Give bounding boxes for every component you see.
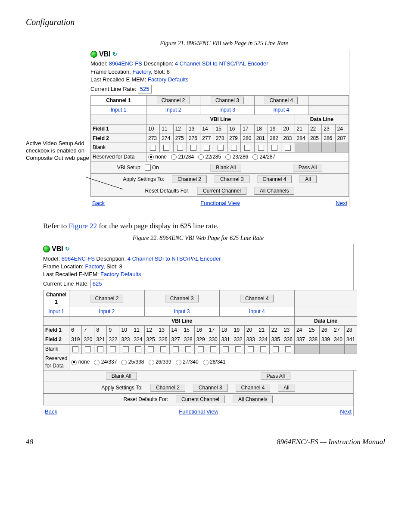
desc-value: 4 Channel SDI to NTSC/PAL Encoder <box>175 60 268 67</box>
blank-row: Blank <box>91 143 349 152</box>
tab-channel-3[interactable]: Channel 3 <box>165 295 199 302</box>
apply-label: Apply Settings To: <box>123 176 164 183</box>
blank-checkbox[interactable] <box>85 346 91 352</box>
blank-checkbox[interactable] <box>204 145 210 151</box>
figure22-crossref[interactable]: Figure 22 <box>68 222 97 230</box>
field1-row: Field 1 101112131415161718192021222324 <box>91 124 349 134</box>
reset-all-button[interactable]: All Channels <box>254 187 294 195</box>
tab-channel-2[interactable]: Channel 2 <box>157 96 190 104</box>
reset-all-button[interactable]: All Channels <box>233 395 273 403</box>
reserved-radio[interactable] <box>176 360 181 365</box>
refresh-icon[interactable]: ↻ <box>112 50 117 58</box>
manual-title: 8964ENC/-FS — Instruction Manual <box>277 438 385 446</box>
blank-all-button[interactable]: Blank All <box>106 372 137 380</box>
tab-channel-1[interactable]: Channel 1 <box>91 96 146 106</box>
vbi-table-525: Channel 1 Channel 2 Channel 3 Channel 4 … <box>90 95 349 162</box>
apply-ch2-button[interactable]: Channel 2 <box>172 175 207 183</box>
figure22-caption: Figure 22. 8964ENC VBI Web Page for 625 … <box>43 235 353 242</box>
nav-back-link[interactable]: Back <box>92 199 105 207</box>
rate-label: Current Line Rate: <box>43 280 90 287</box>
input-2: Input 2 <box>69 307 144 316</box>
reset-current-button[interactable]: Current Channel <box>176 395 225 403</box>
blank-checkbox[interactable] <box>285 145 291 151</box>
field1-row: Field 1 67891011121314151617181920212223… <box>44 326 357 335</box>
refresh-icon[interactable]: ↻ <box>65 245 70 253</box>
slot-value: 8 <box>119 263 122 270</box>
blank-checkbox[interactable] <box>110 346 116 352</box>
apply-all-button[interactable]: All <box>278 384 295 392</box>
reserved-radio-none[interactable] <box>71 360 77 365</box>
reserved-radio[interactable] <box>252 154 258 160</box>
nav-functional-link[interactable]: Functional View <box>200 199 240 207</box>
reserved-radio[interactable] <box>198 154 204 160</box>
blank-checkbox[interactable] <box>97 346 103 352</box>
blank-checkbox[interactable] <box>160 346 166 352</box>
reserved-radio[interactable] <box>225 154 231 160</box>
reserved-radio[interactable] <box>171 154 177 160</box>
callout-text: Active Video Setup Add checkbox is enabl… <box>26 140 90 162</box>
blank-checkbox[interactable] <box>185 346 191 352</box>
blank-checkbox[interactable] <box>198 346 204 352</box>
pass-all-button[interactable]: Pass All <box>261 372 290 380</box>
section-header: Configuration <box>26 17 385 27</box>
blank-checkbox[interactable] <box>260 346 266 352</box>
reserved-radio[interactable] <box>94 360 100 365</box>
reserved-radio[interactable] <box>121 360 127 365</box>
reset-current-button[interactable]: Current Channel <box>197 187 246 195</box>
blank-checkbox[interactable] <box>190 145 196 151</box>
blank-checkbox[interactable] <box>273 346 279 352</box>
blank-checkbox[interactable] <box>163 145 169 151</box>
blank-checkbox[interactable] <box>177 145 183 151</box>
tab-channel-3[interactable]: Channel 3 <box>211 96 244 104</box>
blank-row: Blank <box>44 345 357 354</box>
nav-back-link[interactable]: Back <box>45 408 57 416</box>
blank-checkbox[interactable] <box>173 346 179 352</box>
blank-checkbox[interactable] <box>150 145 156 151</box>
reserved-radio[interactable] <box>149 360 154 365</box>
apply-ch3-button[interactable]: Channel 3 <box>215 175 249 183</box>
blank-checkbox[interactable] <box>244 145 250 151</box>
input-3: Input 3 <box>144 307 219 316</box>
blank-all-button[interactable]: Blank All <box>210 164 241 171</box>
input-1: Input 1 <box>91 106 146 115</box>
apply-all-button[interactable]: All <box>299 175 316 183</box>
blank-checkbox[interactable] <box>231 145 237 151</box>
blank-checkbox[interactable] <box>218 145 224 151</box>
emem-value: Factory Defaults <box>148 76 189 83</box>
vbi-setup-checkbox[interactable] <box>145 165 151 171</box>
tab-channel-1[interactable]: Channel 1 <box>44 290 69 307</box>
tab-channel-4[interactable]: Channel 4 <box>265 96 298 104</box>
rate-value: 625 <box>90 280 104 288</box>
nav-next-link[interactable]: Next <box>336 199 347 207</box>
slot-label: , Slot: <box>103 263 119 270</box>
model-value: 8964ENC-FS <box>62 255 95 262</box>
figure21-caption: Figure 21. 8964ENC VBI web Page in 525 L… <box>95 40 353 47</box>
emem-label: Last Recalled E-MEM: <box>43 271 100 277</box>
blank-checkbox[interactable] <box>258 145 264 151</box>
nav-functional-link[interactable]: Functional View <box>179 408 218 416</box>
blank-checkbox[interactable] <box>248 346 254 352</box>
nav-next-link[interactable]: Next <box>340 408 352 416</box>
blank-checkbox[interactable] <box>285 346 291 352</box>
apply-ch3-button[interactable]: Channel 3 <box>193 384 228 392</box>
apply-ch4-button[interactable]: Channel 4 <box>236 384 271 392</box>
reserved-radio-none[interactable] <box>148 154 154 160</box>
figure22-webpanel: VBI ↻ Model: 8964ENC-FS Description: 4 C… <box>43 244 354 416</box>
blank-checkbox[interactable] <box>135 346 141 352</box>
blank-checkbox[interactable] <box>72 346 78 352</box>
blank-checkbox[interactable] <box>210 346 216 352</box>
tab-channel-4[interactable]: Channel 4 <box>240 295 274 302</box>
tab-channel-2[interactable]: Channel 2 <box>90 295 124 302</box>
blank-checkbox[interactable] <box>123 346 129 352</box>
apply-ch2-button[interactable]: Channel 2 <box>150 384 185 392</box>
blank-checkbox[interactable] <box>235 346 241 352</box>
blank-checkbox[interactable] <box>271 145 277 151</box>
blank-checkbox[interactable] <box>148 346 154 352</box>
blank-checkbox[interactable] <box>223 346 229 352</box>
frame-label: Frame Location: <box>43 263 85 270</box>
data-line-header: Data Line <box>295 115 349 124</box>
desc-value: 4 Channel SDI to NTSC/PAL Encoder <box>128 255 221 262</box>
apply-ch4-button[interactable]: Channel 4 <box>257 175 292 183</box>
reserved-radio[interactable] <box>203 360 209 365</box>
pass-all-button[interactable]: Pass All <box>293 164 323 171</box>
